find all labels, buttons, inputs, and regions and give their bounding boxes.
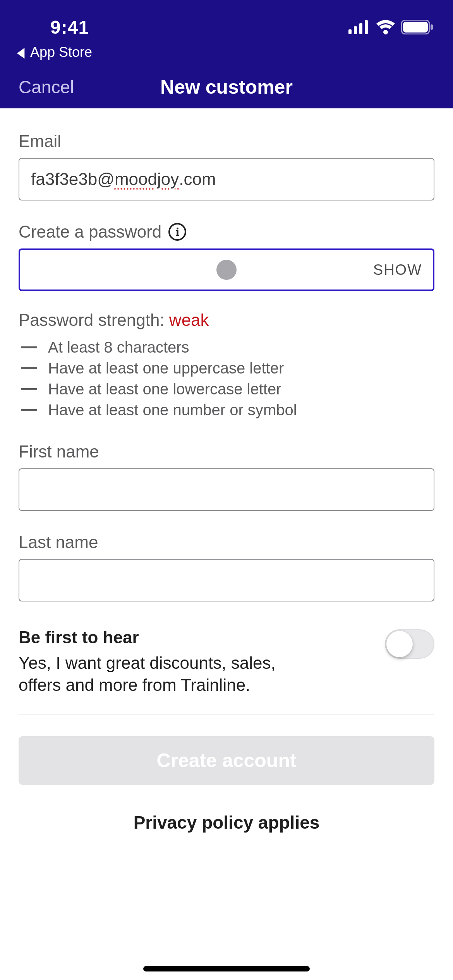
marketing-desc: Yes, I want great discounts, sales, offe… [19,652,313,696]
email-text-mid: moodjoy [115,170,179,189]
email-label: Email [19,132,434,151]
password-field-group: Create a password i SHOW [19,222,434,291]
privacy-policy-link[interactable]: Privacy policy applies [19,812,434,833]
status-bar: 9:41 [0,0,453,43]
rule-item: At least 8 characters [19,337,434,358]
password-label-text: Create a password [19,222,161,242]
password-mask-dot [216,260,237,280]
strength-value: weak [169,310,209,329]
rule-item: Have at least one lowercase letter [19,379,434,399]
cellular-icon [348,20,370,34]
status-time: 9:41 [50,17,89,38]
email-field-group: Email fa3f3e3b@moodjoy.com [19,132,434,200]
rule-text: Have at least one uppercase letter [48,358,284,379]
back-to-appstore[interactable]: ◀ App Store [0,43,453,66]
info-icon[interactable]: i [168,223,186,241]
rule-text: Have at least one number or symbol [48,399,297,420]
dash-icon [21,388,37,390]
cancel-button[interactable]: Cancel [19,77,74,98]
first-name-input[interactable] [19,468,434,511]
nav-bar: Cancel New customer [0,66,453,108]
password-strength: Password strength: weak [19,310,434,330]
dash-icon [21,409,37,411]
last-name-field-group: Last name [19,533,434,601]
toggle-knob [386,631,413,657]
wifi-icon [376,20,396,34]
email-input[interactable]: fa3f3e3b@moodjoy.com [19,158,434,200]
first-name-field-group: First name [19,442,434,511]
rule-text: At least 8 characters [48,337,189,358]
email-text-pre: fa3f3e3b@ [31,170,115,189]
marketing-toggle[interactable] [385,629,434,659]
dash-icon [21,367,37,369]
svg-rect-3 [365,20,368,34]
dash-icon [21,346,37,348]
strength-prefix: Password strength: [19,310,169,329]
rule-item: Have at least one number or symbol [19,399,434,420]
back-caret-icon: ◀ [17,44,25,60]
rule-item: Have at least one uppercase letter [19,358,434,379]
create-account-button[interactable]: Create account [19,736,434,785]
email-text-post: .com [179,170,216,189]
marketing-row: Be first to hear Yes, I want great disco… [19,623,434,714]
home-indicator[interactable] [143,966,310,971]
back-label: App Store [30,44,92,60]
last-name-input[interactable] [19,559,434,601]
first-name-label: First name [19,442,434,461]
svg-rect-0 [348,29,352,34]
status-icons [348,20,434,34]
svg-rect-1 [354,26,357,34]
show-password-button[interactable]: SHOW [373,262,422,278]
password-label: Create a password i [19,222,434,242]
password-rules: At least 8 characters Have at least one … [19,337,434,420]
marketing-title: Be first to hear [19,628,313,647]
last-name-label: Last name [19,533,434,552]
svg-rect-5 [403,22,428,33]
rule-text: Have at least one lowercase letter [48,379,281,399]
svg-rect-6 [431,24,433,30]
battery-icon [401,20,434,34]
svg-rect-2 [359,23,362,34]
